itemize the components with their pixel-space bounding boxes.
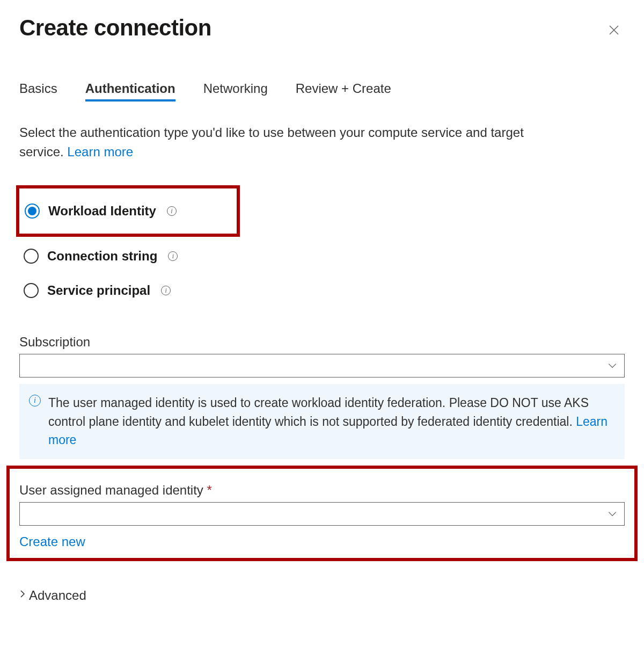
identity-info-message: i The user managed identity is used to c… — [19, 384, 625, 459]
tab-authentication[interactable]: Authentication — [85, 81, 175, 101]
tab-review-create[interactable]: Review + Create — [296, 81, 391, 101]
identity-info-text-container: The user managed identity is used to cre… — [48, 394, 614, 449]
auth-option-service-principal[interactable]: Service principal i — [19, 273, 625, 308]
intro-text: Select the authentication type you'd lik… — [19, 123, 567, 162]
auth-option-connection-string[interactable]: Connection string i — [19, 239, 625, 273]
radio-icon — [25, 204, 40, 219]
identity-dropdown[interactable] — [19, 502, 625, 526]
create-new-identity-link[interactable]: Create new — [19, 534, 85, 549]
required-indicator: * — [207, 483, 212, 497]
auth-type-radio-group: Workload Identity i Connection string i … — [19, 188, 625, 308]
chevron-down-icon — [607, 509, 618, 519]
tab-bar: Basics Authentication Networking Review … — [19, 81, 625, 101]
close-icon — [608, 24, 620, 37]
subscription-dropdown[interactable] — [19, 354, 625, 377]
identity-label: User assigned managed identity * — [19, 483, 625, 498]
info-icon: i — [29, 395, 41, 406]
radio-icon — [24, 249, 39, 264]
subscription-label: Subscription — [19, 335, 625, 350]
radio-icon — [24, 283, 39, 298]
info-icon[interactable]: i — [161, 286, 171, 295]
chevron-down-icon — [607, 360, 618, 371]
radio-label: Connection string — [47, 249, 157, 264]
info-icon[interactable]: i — [167, 206, 177, 216]
radio-label: Service principal — [47, 283, 150, 298]
identity-info-text: The user managed identity is used to cre… — [48, 396, 589, 429]
radio-label: Workload Identity — [48, 204, 156, 219]
identity-label-text: User assigned managed identity — [19, 483, 207, 497]
advanced-toggle[interactable]: Advanced — [19, 588, 625, 603]
intro-learn-more-link[interactable]: Learn more — [67, 144, 133, 159]
advanced-label: Advanced — [29, 588, 86, 603]
user-assigned-identity-section: User assigned managed identity * Create … — [10, 469, 634, 558]
close-button[interactable] — [603, 19, 625, 43]
tab-networking[interactable]: Networking — [203, 81, 268, 101]
chevron-right-icon — [19, 590, 26, 601]
tab-basics[interactable]: Basics — [19, 81, 57, 101]
auth-option-workload-identity[interactable]: Workload Identity i — [19, 188, 237, 234]
info-icon[interactable]: i — [168, 251, 178, 261]
page-title: Create connection — [19, 15, 211, 41]
